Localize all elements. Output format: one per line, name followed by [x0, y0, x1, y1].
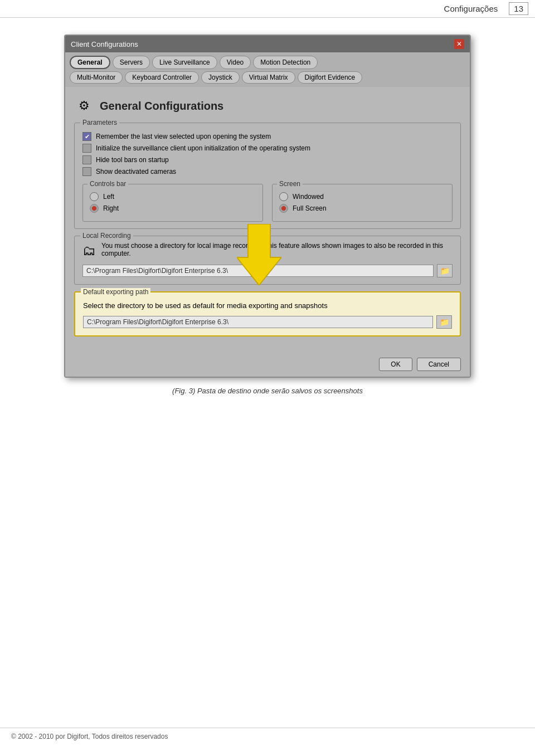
dialog-footer: OK Cancel — [65, 352, 470, 377]
dialog-body: ⚙ General Configurations Parameters ✔ Re… — [65, 87, 470, 352]
page-footer: © 2002 - 2010 por Digifort, Todos direit… — [0, 728, 535, 745]
default-exporting-group: Default exporting path Select the direct… — [74, 291, 461, 336]
tab-virtual-matrix[interactable]: Virtual Matrix — [242, 71, 295, 84]
checkbox-row-3[interactable]: Hide tool bars on startup — [82, 155, 453, 164]
checkbox-3-label: Hide tool bars on startup — [96, 156, 169, 164]
dialog-close-button[interactable]: ✕ — [454, 39, 464, 49]
checkbox-4-icon[interactable] — [82, 167, 91, 176]
tab-live-surveillance[interactable]: Live Surveillance — [152, 56, 217, 69]
radio-fullscreen-label: Full Screen — [293, 204, 327, 212]
main-content: Client Configurations ✕ General Servers … — [0, 18, 535, 412]
tab-joystick[interactable]: Joystick — [201, 71, 240, 84]
section-header: ⚙ General Configurations — [74, 96, 461, 116]
radio-fullscreen[interactable]: Full Screen — [279, 204, 445, 213]
checkbox-1-label: Remember the last view selected upon ope… — [96, 133, 271, 140]
dialog: Client Configurations ✕ General Servers … — [64, 35, 471, 378]
local-rec-path-input[interactable] — [82, 265, 434, 277]
local-rec-text: You must choose a directory for local im… — [101, 242, 453, 257]
general-config-icon: ⚙ — [74, 96, 94, 116]
tab-multi-monitor[interactable]: Multi-Monitor — [70, 71, 123, 84]
tab-digifort-evidence[interactable]: Digifort Evidence — [298, 71, 363, 84]
default-exporting-path-row: 📁 — [83, 315, 452, 329]
radio-fullscreen-icon[interactable] — [279, 204, 288, 213]
checkbox-2-label: Initialize the surveillance client upon … — [96, 144, 310, 152]
radio-windowed[interactable]: Windowed — [279, 192, 445, 201]
local-rec-info: 🗂 You must choose a directory for local … — [82, 242, 453, 258]
radio-windowed-label: Windowed — [293, 193, 324, 201]
header-title: Configurações — [444, 4, 498, 13]
cancel-button[interactable]: Cancel — [417, 358, 461, 371]
checkbox-4-label: Show deactivated cameras — [96, 168, 176, 175]
caption: (Fig. 3) Pasta de destino onde serão sal… — [33, 387, 502, 395]
local-rec-path-row: 📁 — [82, 264, 453, 277]
dialog-wrapper: Client Configurations ✕ General Servers … — [64, 35, 471, 378]
header-page: 13 — [509, 2, 528, 15]
default-exporting-info: Select the directory to be used as defau… — [83, 301, 452, 310]
section-title: General Configurations — [100, 100, 223, 113]
parameters-legend: Parameters — [80, 119, 119, 126]
checkbox-3-icon[interactable] — [82, 155, 91, 164]
dialog-titlebar: Client Configurations ✕ — [65, 36, 470, 52]
checkbox-1-icon[interactable]: ✔ — [82, 132, 91, 141]
radio-left-label: Left — [103, 193, 114, 201]
local-rec-browse-button[interactable]: 📁 — [437, 264, 453, 277]
folder-icon: 🗂 — [82, 243, 96, 258]
screen-legend: Screen — [277, 180, 303, 188]
radio-left-icon[interactable] — [90, 192, 99, 201]
controls-bar-group: Controls bar Left Right — [82, 184, 263, 222]
tab-servers[interactable]: Servers — [113, 56, 150, 69]
radio-windowed-icon[interactable] — [279, 192, 288, 201]
radio-right[interactable]: Right — [90, 204, 256, 213]
footer-text: © 2002 - 2010 por Digifort, Todos direit… — [11, 733, 168, 740]
ok-button[interactable]: OK — [379, 358, 412, 371]
tab-motion-detection[interactable]: Motion Detection — [253, 56, 318, 69]
checkbox-row-4[interactable]: Show deactivated cameras — [82, 167, 453, 176]
local-recording-legend: Local Recording — [80, 232, 133, 240]
default-exporting-path-input[interactable] — [83, 316, 433, 328]
local-recording-group: Local Recording 🗂 You must choose a dire… — [74, 236, 461, 285]
tab-keyboard-controller[interactable]: Keyboard Controller — [125, 71, 199, 84]
checkbox-2-icon[interactable] — [82, 144, 91, 153]
screen-group: Screen Windowed Full Screen — [272, 184, 453, 222]
radio-right-icon[interactable] — [90, 204, 99, 213]
tab-row-1: General Servers Live Surveillance Video … — [65, 52, 470, 69]
controls-screen-row: Controls bar Left Right — [82, 184, 453, 222]
default-exporting-browse-button[interactable]: 📁 — [436, 315, 452, 329]
controls-bar-legend: Controls bar — [87, 180, 128, 188]
tab-general[interactable]: General — [70, 56, 110, 69]
default-exporting-legend: Default exporting path — [81, 288, 150, 296]
radio-left[interactable]: Left — [90, 192, 256, 201]
tab-row-2: Multi-Monitor Keyboard Controller Joysti… — [65, 69, 470, 87]
dialog-title: Client Configurations — [71, 40, 138, 48]
default-exporting-text: Select the directory to be used as defau… — [83, 301, 328, 310]
parameters-group: Parameters ✔ Remember the last view sele… — [74, 123, 461, 229]
radio-right-label: Right — [103, 204, 119, 212]
checkbox-row-2[interactable]: Initialize the surveillance client upon … — [82, 144, 453, 153]
checkbox-row-1[interactable]: ✔ Remember the last view selected upon o… — [82, 132, 453, 141]
tab-video[interactable]: Video — [220, 56, 251, 69]
header-bar: Configurações 13 — [0, 0, 535, 18]
